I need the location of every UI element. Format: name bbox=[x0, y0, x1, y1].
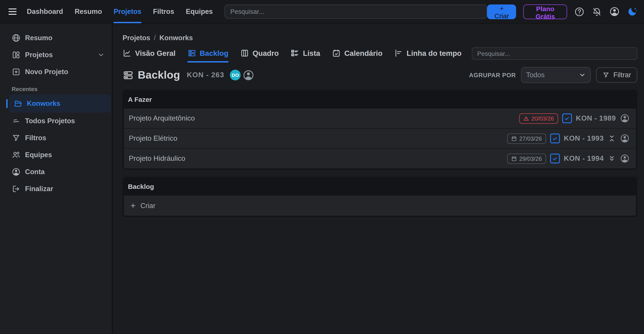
row-checkbox[interactable] bbox=[550, 154, 560, 164]
tab-visao-geral[interactable]: Visão Geral bbox=[122, 49, 176, 58]
help-button[interactable] bbox=[574, 6, 584, 17]
assignee-avatar[interactable] bbox=[620, 134, 630, 143]
breadcrumb-parent[interactable]: Projetos bbox=[122, 34, 150, 42]
topnav-item-dashboard[interactable]: Dashboard bbox=[27, 0, 63, 23]
topnav-item-filtros[interactable]: Filtros bbox=[153, 0, 174, 23]
help-circle-icon bbox=[574, 6, 584, 17]
calendar-icon bbox=[511, 136, 517, 141]
issue-key: KON - 1994 bbox=[564, 155, 604, 163]
tab-label: Calendário bbox=[344, 49, 382, 57]
hamburger-icon bbox=[7, 6, 18, 17]
tab-label: Backlog bbox=[200, 49, 228, 57]
tab-lista[interactable]: Lista bbox=[290, 49, 320, 58]
main-content: Projetos / Konworks Visão Geral bbox=[113, 24, 644, 334]
tab-label: Linha do tempo bbox=[406, 49, 462, 57]
sidebar-item-label: Finalizar bbox=[25, 185, 53, 193]
due-date: 29/03/26 bbox=[519, 155, 542, 162]
sidebar-item-conta[interactable]: Conta bbox=[7, 164, 110, 180]
chart-line-icon bbox=[122, 49, 132, 58]
topnav-item-resumo[interactable]: Resumo bbox=[75, 0, 102, 23]
sidebar-item-filtros[interactable]: Filtros bbox=[7, 130, 110, 147]
priority-low-chevrons-down-icon bbox=[608, 155, 616, 163]
content-search-input[interactable] bbox=[472, 50, 637, 57]
backlog-row[interactable]: Projeto Hidráulico 29/03/26 bbox=[124, 149, 636, 168]
sidebar-item-todos-projetos[interactable]: Todos Projetos bbox=[7, 113, 110, 130]
row-meta: 29/03/26 KON - 1994 bbox=[507, 153, 630, 164]
group-header[interactable]: Backlog bbox=[124, 177, 636, 195]
list-lines-icon bbox=[12, 117, 20, 126]
tab-label: Visão Geral bbox=[135, 49, 176, 57]
tab-linha-do-tempo[interactable]: Linha do tempo bbox=[394, 49, 462, 58]
breadcrumb-current[interactable]: Konworks bbox=[160, 34, 193, 42]
tab-calendario[interactable]: Calendário bbox=[332, 49, 382, 58]
row-title: Projeto Hidráulico bbox=[129, 155, 185, 163]
sidebar-item-label: Conta bbox=[25, 168, 45, 176]
group-by-label: AGRUPAR POR bbox=[469, 72, 516, 78]
assignee-avatar[interactable] bbox=[620, 113, 630, 123]
sidebar-item-label: Todos Projetos bbox=[25, 117, 75, 125]
sidebar-item-projetos[interactable]: Projetos bbox=[7, 46, 110, 63]
assignee-avatar[interactable] bbox=[620, 154, 630, 164]
server-icon bbox=[122, 69, 134, 81]
group-rows: Projeto Arquitetônico 20/03/26 bbox=[124, 109, 636, 168]
columns-icon bbox=[240, 49, 249, 58]
due-date-badge[interactable]: 27/03/26 bbox=[507, 133, 546, 144]
page-key: KON - 263 bbox=[187, 71, 224, 79]
assignee-badge[interactable]: DO bbox=[230, 70, 241, 80]
plan-button[interactable]: Plano Grátis bbox=[524, 4, 567, 19]
create-issue-label: Criar bbox=[140, 202, 156, 210]
group-by-dropdown[interactable]: Todos bbox=[521, 67, 591, 83]
avatar[interactable] bbox=[242, 69, 255, 81]
sidebar-item-equipes[interactable]: Equipes bbox=[7, 147, 110, 164]
backlog-row[interactable]: Projeto Arquitetônico 20/03/26 bbox=[124, 109, 636, 128]
title-left: Backlog KON - 263 DO bbox=[122, 69, 255, 81]
group-panel-a-fazer: A Fazer Projeto Arquitetônico 20/03/26 bbox=[122, 90, 637, 170]
tab-quadro[interactable]: Quadro bbox=[240, 49, 278, 58]
sidebar-item-novo-projeto[interactable]: Novo Projeto bbox=[7, 63, 110, 80]
breadcrumb-separator: / bbox=[154, 34, 156, 42]
sidebar-item-resumo[interactable]: Resumo bbox=[7, 29, 110, 46]
app-root: Dashboard Resumo Projetos Filtros Equipe… bbox=[0, 0, 644, 334]
filter-button[interactable]: Filtrar bbox=[596, 67, 637, 83]
user-circle-icon bbox=[609, 6, 620, 17]
tab-backlog[interactable]: Backlog bbox=[187, 49, 228, 58]
create-issue-row[interactable]: Criar bbox=[124, 195, 636, 216]
topnav-item-equipes[interactable]: Equipes bbox=[186, 0, 213, 23]
sidebar-item-label: Equipes bbox=[25, 151, 52, 159]
group-by-value: Todos bbox=[526, 71, 545, 79]
checkbox-check-icon bbox=[564, 115, 570, 121]
theme-toggle-button[interactable] bbox=[627, 6, 638, 17]
due-date-badge[interactable]: 20/03/26 bbox=[519, 113, 558, 124]
due-date-badge[interactable]: 29/03/26 bbox=[507, 153, 546, 164]
calendar-icon bbox=[511, 156, 517, 162]
sidebar-item-konworks[interactable]: Konworks bbox=[9, 95, 111, 113]
hamburger-menu-button[interactable] bbox=[7, 0, 18, 23]
create-button[interactable]: + Criar bbox=[487, 4, 516, 19]
topbar-search-input[interactable] bbox=[225, 8, 487, 15]
topnav: Dashboard Resumo Projetos Filtros Equipe… bbox=[27, 0, 213, 23]
globe-icon bbox=[12, 33, 20, 42]
topnav-item-projetos[interactable]: Projetos bbox=[114, 0, 141, 23]
sidebar-item-finalizar[interactable]: Finalizar bbox=[7, 180, 110, 197]
breadcrumb: Projetos / Konworks bbox=[122, 34, 637, 42]
sidebar-item-label: Resumo bbox=[25, 34, 52, 42]
checkbox-check-icon bbox=[552, 156, 558, 162]
layout-icon bbox=[12, 50, 20, 59]
row-title: Projeto Elétrico bbox=[129, 134, 177, 143]
row-title: Projeto Arquitetônico bbox=[129, 114, 195, 122]
sidebar: Resumo Projetos Novo Projeto Recentes bbox=[0, 24, 113, 334]
server-icon bbox=[187, 49, 196, 58]
tab-label: Lista bbox=[303, 49, 320, 57]
sidebar-item-label: Projetos bbox=[25, 51, 53, 59]
row-checkbox[interactable] bbox=[562, 113, 572, 123]
issue-key: KON - 1993 bbox=[564, 134, 604, 143]
tab-label: Quadro bbox=[252, 49, 278, 57]
logout-icon bbox=[12, 184, 20, 193]
notifications-button[interactable] bbox=[592, 6, 602, 17]
account-button[interactable] bbox=[609, 6, 620, 17]
bell-off-icon bbox=[592, 6, 602, 17]
row-checkbox[interactable] bbox=[550, 134, 560, 143]
group-header[interactable]: A Fazer bbox=[124, 90, 636, 109]
backlog-row[interactable]: Projeto Elétrico 27/03/26 K bbox=[124, 129, 636, 148]
issue-key: KON - 1989 bbox=[576, 114, 616, 122]
